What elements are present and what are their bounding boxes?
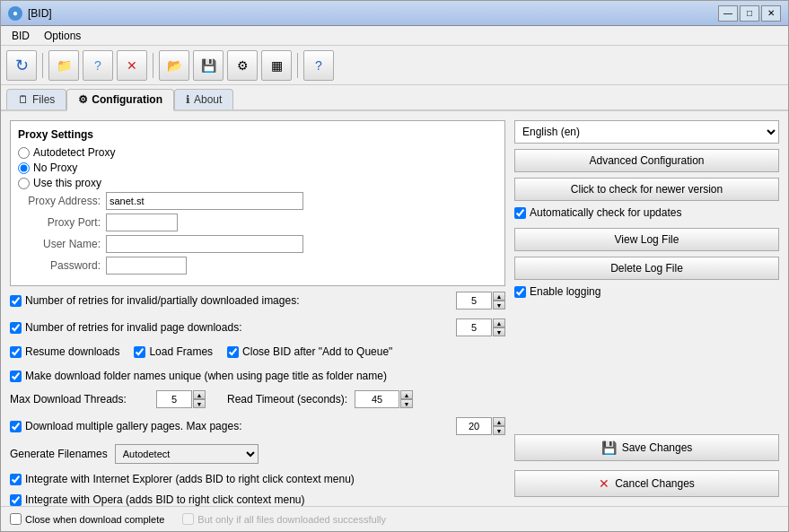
tab-configuration[interactable]: ⚙ Configuration <box>66 89 174 111</box>
menu-bar: BID Options <box>1 26 788 46</box>
settings-gear-btn[interactable]: ⚙ <box>227 50 258 81</box>
but-only-if-row: But only if all files downloaded success… <box>182 513 386 525</box>
maximize-button[interactable]: □ <box>740 5 759 22</box>
multiple-gallery-label: Download multiple gallery pages. Max pag… <box>25 420 456 432</box>
retries-invalid-input[interactable] <box>456 292 492 310</box>
auto-check-checkbox[interactable] <box>514 207 526 219</box>
opera-integrate-row: Integrate with Opera (adds BID to right … <box>10 493 505 506</box>
radio-usethis-row: Use this proxy <box>18 177 497 189</box>
close-button[interactable]: ✕ <box>761 5 781 22</box>
delete-log-button[interactable]: Delete Log File <box>514 257 779 280</box>
language-select[interactable]: English (en) German (de) French (fr) Spa… <box>514 120 779 144</box>
right-column: English (en) German (de) French (fr) Spa… <box>514 120 779 497</box>
radio-autodetect[interactable] <box>18 147 30 159</box>
retries-invalid-row: Number of retries for invalid/partially … <box>10 292 505 310</box>
proxy-password-input[interactable] <box>106 257 187 275</box>
save-changes-button[interactable]: 💾 Save Changes <box>514 434 779 461</box>
title-controls: — □ ✕ <box>718 5 781 22</box>
multiple-gallery-checkbox[interactable] <box>10 421 22 432</box>
opera-integrate-checkbox[interactable] <box>10 494 22 506</box>
proxy-port-input[interactable] <box>106 214 178 231</box>
proxy-user-input[interactable] <box>106 235 303 253</box>
generate-filenames-row: Generate Filenames Autodetect Original S… <box>10 444 505 464</box>
advanced-config-button[interactable]: Advanced Configuration <box>514 149 779 172</box>
unique-folders-checkbox[interactable] <box>10 371 22 382</box>
proxy-password-label: Password: <box>25 259 106 272</box>
save-file-btn[interactable]: 💾 <box>193 50 224 81</box>
retries-page-check[interactable] <box>10 322 22 334</box>
close-bid-checkbox[interactable] <box>227 346 239 358</box>
open-btn[interactable]: 📂 <box>159 50 189 81</box>
proxy-settings-group: Proxy Settings Autodetect Proxy No Proxy… <box>10 120 505 286</box>
multiple-gallery-spinner: ▲ ▼ <box>456 417 505 435</box>
tab-about[interactable]: ℹ About <box>174 89 233 109</box>
proxy-address-input[interactable] <box>106 192 303 210</box>
radio-autodetect-label: Autodetect Proxy <box>33 146 115 159</box>
folder-open-btn[interactable]: 📁 <box>48 50 79 81</box>
max-threads-up[interactable]: ▲ <box>193 390 206 399</box>
proxy-settings-title: Proxy Settings <box>18 128 497 141</box>
read-timeout-input[interactable] <box>355 390 399 408</box>
multiple-gallery-input[interactable] <box>456 417 492 435</box>
load-frames-checkbox[interactable] <box>134 346 145 358</box>
check-version-button[interactable]: Click to check for newer version <box>514 178 779 201</box>
content-area: Proxy Settings Autodetect Proxy No Proxy… <box>1 111 788 506</box>
enable-logging-label: Enable logging <box>530 285 601 298</box>
stop-btn[interactable]: ✕ <box>117 50 147 81</box>
ie-integrate-checkbox[interactable] <box>10 474 22 485</box>
tab-files[interactable]: 🗒 Files <box>6 89 66 109</box>
radio-noproxy[interactable] <box>18 162 30 174</box>
toolbar: ↻ 📁 ? ✕ 📂 💾 ⚙ ▦ ? <box>1 46 788 85</box>
enable-logging-checkbox[interactable] <box>514 286 526 298</box>
radio-noproxy-label: No Proxy <box>33 161 77 174</box>
but-only-if-checkbox[interactable] <box>182 513 194 525</box>
cancel-icon: ✕ <box>599 476 609 491</box>
retries-page-spinner: ▲ ▼ <box>456 318 505 336</box>
info-btn[interactable]: ? <box>303 50 334 81</box>
menu-bid[interactable]: BID <box>4 28 37 44</box>
proxy-password-row: Password: <box>25 257 497 275</box>
inline-checks-row: Resume downloads Load Frames Close BID a… <box>10 345 505 361</box>
multiple-gallery-down[interactable]: ▼ <box>493 426 505 435</box>
resume-checkbox[interactable] <box>10 346 22 358</box>
ie-integrate-row: Integrate with Internet Explorer (adds B… <box>10 473 505 485</box>
left-column: Proxy Settings Autodetect Proxy No Proxy… <box>10 120 505 497</box>
read-timeout-up[interactable]: ▲ <box>400 390 413 399</box>
radio-usethis[interactable] <box>18 178 30 189</box>
retries-invalid-check[interactable] <box>10 295 22 307</box>
menu-options[interactable]: Options <box>37 28 88 44</box>
proxy-user-row: User Name: <box>25 235 497 253</box>
generate-filenames-select[interactable]: Autodetect Original Sequential <box>115 444 259 464</box>
ie-integrate-label: Integrate with Internet Explorer (adds B… <box>25 473 355 485</box>
app-icon: ● <box>8 6 22 21</box>
window-title: [BID] <box>28 7 52 20</box>
cancel-changes-button[interactable]: ✕ Cancel Changes <box>514 470 779 497</box>
multiple-gallery-up[interactable]: ▲ <box>493 417 505 426</box>
max-threads-down[interactable]: ▼ <box>193 399 206 408</box>
proxy-port-row: Proxy Port: <box>25 214 497 231</box>
main-window: ● [BID] — □ ✕ BID Options ↻ 📁 ? ✕ 📂 💾 ⚙ … <box>0 0 789 532</box>
retries-page-down[interactable]: ▼ <box>493 327 505 336</box>
help-btn[interactable]: ? <box>83 50 113 81</box>
refresh-btn[interactable]: ↻ <box>6 50 37 81</box>
toolbar-sep-3 <box>297 53 298 78</box>
cancel-changes-label: Cancel Changes <box>615 477 695 490</box>
unique-folders-label: Make download folder names unique (when … <box>25 370 387 382</box>
load-frames-check-row: Load Frames <box>134 345 213 358</box>
retries-page-up[interactable]: ▲ <box>493 318 505 327</box>
grid-btn[interactable]: ▦ <box>261 50 292 81</box>
retries-page-row: Number of retries for invalid page downl… <box>10 318 505 336</box>
max-threads-input[interactable] <box>156 390 192 408</box>
config-icon: ⚙ <box>78 93 88 106</box>
resume-label: Resume downloads <box>25 345 119 358</box>
retries-invalid-down[interactable]: ▼ <box>493 301 505 310</box>
but-only-if-label: But only if all files downloaded success… <box>197 514 386 525</box>
minimize-button[interactable]: — <box>718 5 738 22</box>
retries-page-input[interactable] <box>456 318 492 336</box>
title-bar: ● [BID] — □ ✕ <box>1 1 788 26</box>
retries-invalid-up[interactable]: ▲ <box>493 292 505 301</box>
read-timeout-down[interactable]: ▼ <box>400 399 413 408</box>
close-when-complete-checkbox[interactable] <box>10 513 22 525</box>
view-log-button[interactable]: View Log File <box>514 228 779 251</box>
bottom-bar: Close when download complete But only if… <box>1 506 788 531</box>
